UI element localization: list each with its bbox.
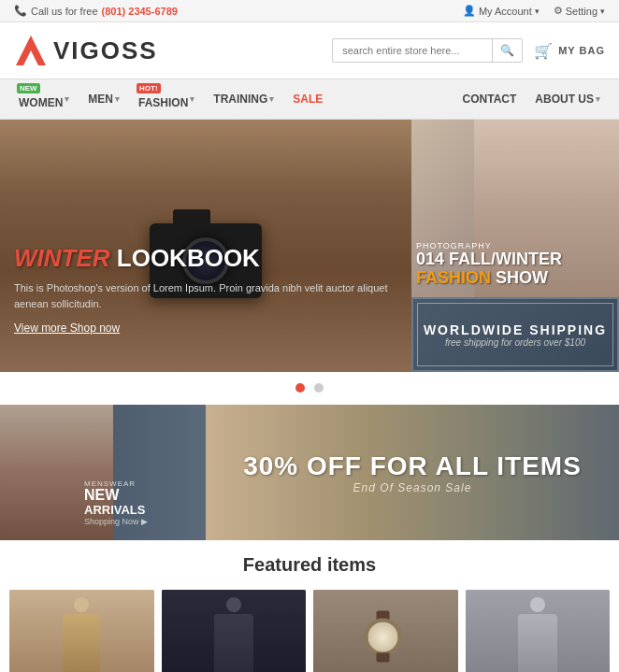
fashion-title-line2: FASHION SHOW bbox=[416, 269, 614, 288]
hero-link[interactable]: View more Shop now bbox=[14, 322, 120, 335]
watch-face bbox=[365, 619, 402, 656]
shipping-text: WORLDWIDE SHIPPING free shipping for ord… bbox=[424, 322, 607, 348]
search-button[interactable]: 🔍 bbox=[492, 39, 522, 62]
call-label: Call us for free bbox=[31, 6, 98, 17]
nav-right: CONTACT ABOUT US ▾ bbox=[453, 83, 610, 115]
promo-right-text: 30% OFF FOR ALL ITEMS End Of Season Sale bbox=[243, 451, 582, 494]
shipping-title: WORLDWIDE SHIPPING bbox=[424, 322, 607, 337]
watch-visual bbox=[365, 611, 407, 663]
shipping-subtitle: free shipping for orders over $100 bbox=[424, 337, 607, 348]
gear-icon: ⚙ bbox=[554, 5, 563, 17]
badge-hot: Hot! bbox=[137, 83, 161, 93]
fashion-banner: PHOTOGRAPHY 014 FALL/WINTER FASHION SHOW bbox=[411, 120, 619, 297]
top-bar-right: 👤 My Account ▾ ⚙ Setting ▾ bbox=[463, 5, 605, 17]
nav-label-sale: SALE bbox=[293, 93, 323, 106]
camera-top bbox=[173, 209, 210, 224]
fashion-title-white: SHOW bbox=[496, 268, 548, 287]
nav-item-about[interactable]: ABOUT US ▾ bbox=[525, 83, 610, 115]
fashion-text: PHOTOGRAPHY 014 FALL/WINTER FASHION SHOW bbox=[416, 241, 614, 288]
fashion-title-line1: 014 FALL/WINTER bbox=[416, 250, 614, 269]
setting-chevron: ▾ bbox=[600, 7, 605, 16]
hero-overlay: WINTER LOOKBOOK This is Photoshop's vers… bbox=[14, 244, 397, 335]
nav-item-women[interactable]: New WOMEN ▾ bbox=[9, 79, 79, 119]
featured-grid bbox=[9, 590, 610, 672]
setting-label: Setting bbox=[566, 6, 597, 17]
nav-item-training[interactable]: TRAINING ▾ bbox=[204, 83, 283, 115]
promo-arrivals-label: ARRIVALS bbox=[84, 503, 201, 517]
nav-label-training: TRAINING bbox=[213, 93, 267, 106]
hero-left: WINTER LOOKBOOK This is Photoshop's vers… bbox=[0, 120, 411, 372]
bag-icon: 🛒 bbox=[534, 42, 554, 60]
featured-title: Featured items bbox=[9, 554, 610, 576]
header: VIGOSS 🔍 🛒 MY BAG bbox=[0, 22, 619, 79]
search-box: 🔍 bbox=[332, 38, 523, 63]
nav-label-contact: CONTACT bbox=[463, 93, 517, 106]
nav-label-men: MEN bbox=[88, 93, 113, 106]
hero-title-colored: WINTER bbox=[14, 244, 110, 272]
hero-description: This is Photoshop's version of Lorem Ips… bbox=[14, 280, 397, 311]
nav-item-contact[interactable]: CONTACT bbox=[453, 83, 526, 115]
phone-number[interactable]: (801) 2345-6789 bbox=[102, 6, 178, 17]
carousel-dot-2[interactable] bbox=[314, 383, 324, 393]
top-bar: 📞 Call us for free (801) 2345-6789 👤 My … bbox=[0, 0, 619, 22]
hero-title: WINTER LOOKBOOK bbox=[14, 244, 397, 273]
promo-new-label: NEW bbox=[84, 488, 201, 503]
setting-btn[interactable]: ⚙ Setting ▾ bbox=[554, 5, 605, 17]
featured-item-watch[interactable] bbox=[313, 590, 458, 672]
user-icon: 👤 bbox=[463, 5, 476, 17]
featured-item-suit[interactable] bbox=[162, 590, 307, 672]
top-bar-left: 📞 Call us for free (801) 2345-6789 bbox=[14, 5, 178, 17]
nav-label-fashion: FASHION bbox=[138, 96, 188, 109]
nav-item-sale[interactable]: SALE bbox=[283, 83, 332, 115]
phone-icon: 📞 bbox=[14, 5, 27, 17]
carousel-dots bbox=[0, 372, 619, 405]
featured-item-blazer[interactable] bbox=[466, 590, 611, 672]
shipping-banner: WORLDWIDE SHIPPING free shipping for ord… bbox=[411, 297, 619, 372]
nav-label-women: WOMEN bbox=[19, 96, 63, 109]
hero-right: PHOTOGRAPHY 014 FALL/WINTER FASHION SHOW… bbox=[411, 120, 619, 372]
nav-item-men[interactable]: MEN ▾ bbox=[79, 83, 129, 115]
hero-title-rest: LOOKBOOK bbox=[117, 244, 260, 272]
promo-row: menswear NEW ARRIVALS Shopping Now ▶ 30%… bbox=[0, 405, 619, 540]
featured-item-jacket[interactable] bbox=[9, 590, 154, 672]
search-input[interactable] bbox=[333, 40, 492, 61]
main-nav: New WOMEN ▾ MEN ▾ Hot! FASHION ▾ TRAININ… bbox=[0, 79, 619, 120]
header-right: 🔍 🛒 MY BAG bbox=[332, 38, 605, 63]
fashion-title: 014 FALL/WINTER FASHION SHOW bbox=[416, 250, 614, 288]
women-arrow: ▾ bbox=[65, 94, 69, 104]
my-account-btn[interactable]: 👤 My Account ▾ bbox=[463, 5, 540, 17]
about-arrow: ▾ bbox=[596, 94, 600, 104]
bag-button[interactable]: 🛒 MY BAG bbox=[534, 42, 605, 60]
watch-strap-bottom bbox=[377, 653, 390, 663]
nav-left: New WOMEN ▾ MEN ▾ Hot! FASHION ▾ TRAININ… bbox=[9, 79, 332, 119]
fashion-arrow: ▾ bbox=[190, 94, 194, 104]
promo-sale-banner[interactable]: 30% OFF FOR ALL ITEMS End Of Season Sale bbox=[206, 405, 619, 540]
nav-label-about: ABOUT US bbox=[535, 93, 594, 106]
logo[interactable]: VIGOSS bbox=[14, 34, 158, 67]
promo-discount-text: 30% OFF FOR ALL ITEMS bbox=[243, 451, 582, 481]
hero-section: WINTER LOOKBOOK This is Photoshop's vers… bbox=[0, 120, 619, 372]
my-account-label: My Account bbox=[479, 6, 532, 17]
featured-section: Featured items bbox=[0, 540, 619, 672]
promo-shop-link[interactable]: Shopping Now ▶ bbox=[84, 517, 201, 526]
training-arrow: ▾ bbox=[269, 94, 274, 104]
promo-season-text: End Of Season Sale bbox=[243, 481, 582, 494]
men-arrow: ▾ bbox=[115, 94, 120, 104]
promo-left-text: menswear NEW ARRIVALS Shopping Now ▶ bbox=[84, 479, 201, 526]
carousel-dot-1[interactable] bbox=[295, 383, 305, 393]
my-account-chevron: ▾ bbox=[535, 7, 540, 16]
logo-icon bbox=[14, 34, 48, 67]
fashion-title-orange: FASHION bbox=[416, 268, 491, 287]
logo-text: VIGOSS bbox=[53, 36, 158, 65]
promo-men-banner[interactable]: menswear NEW ARRIVALS Shopping Now ▶ bbox=[0, 405, 206, 540]
bag-label: MY BAG bbox=[558, 45, 605, 56]
badge-new: New bbox=[17, 83, 40, 93]
nav-item-fashion[interactable]: Hot! FASHION ▾ bbox=[129, 79, 204, 119]
